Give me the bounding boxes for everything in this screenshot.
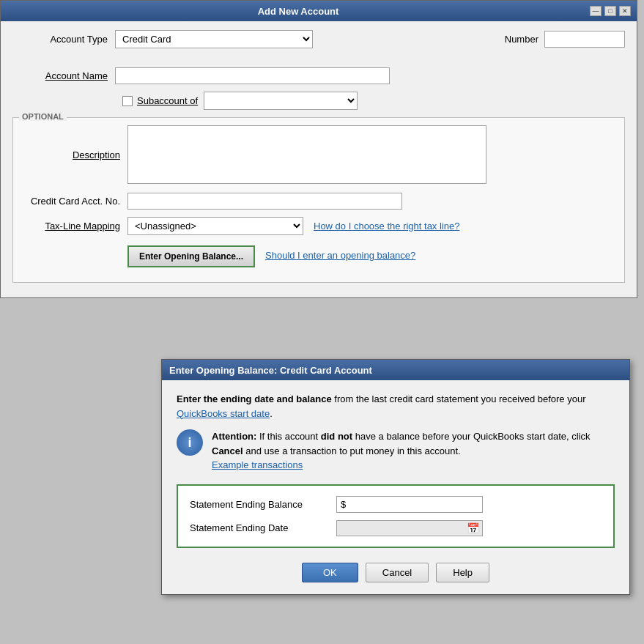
cancel-button[interactable]: Cancel	[366, 563, 429, 582]
account-type-select[interactable]: Credit Card	[115, 30, 313, 48]
optional-label: OPTIONAL	[19, 112, 67, 121]
attention-text1: If this account	[256, 431, 320, 442]
subaccount-row: Subaccount of	[122, 92, 625, 110]
cc-acct-input[interactable]	[127, 193, 402, 210]
opening-balance-row: Enter Opening Balance... Should I enter …	[25, 243, 612, 267]
quickbooks-start-date-link[interactable]: QuickBooks start date	[177, 408, 270, 419]
example-transactions-link[interactable]: Example transactions	[212, 459, 303, 470]
window-controls: — □ ✕	[590, 6, 631, 16]
subaccount-checkbox[interactable]	[122, 96, 133, 106]
info-icon: i	[177, 429, 203, 456]
dialog-intro-end: .	[270, 408, 273, 419]
dialog-body: Enter the ending date and balance from t…	[162, 380, 629, 594]
attention-bold2: did not	[321, 431, 352, 442]
maximize-button[interactable]: □	[604, 6, 616, 16]
account-type-label: Account Type	[12, 34, 115, 45]
dialog-buttons: OK Cancel Help	[177, 560, 615, 582]
date-label: Statement Ending Date	[190, 522, 336, 533]
attention-box: i Attention: If this account did not hav…	[177, 429, 615, 473]
balance-input-box: Statement Ending Balance Statement Endin…	[177, 484, 615, 548]
description-input[interactable]	[127, 125, 486, 184]
balance-input[interactable]	[336, 496, 483, 513]
subaccount-select[interactable]	[204, 92, 358, 110]
dialog-title: Enter Opening Balance: Credit Card Accou…	[169, 365, 372, 376]
opening-balance-dialog: Enter Opening Balance: Credit Card Accou…	[161, 359, 630, 595]
enter-opening-balance-button[interactable]: Enter Opening Balance...	[127, 245, 255, 267]
tax-line-label: Tax-Line Mapping	[25, 221, 127, 232]
number-label: Number	[505, 34, 544, 45]
balance-label: Statement Ending Balance	[190, 499, 336, 510]
tax-line-row: Tax-Line Mapping <Unassigned> How do I c…	[25, 217, 612, 235]
cc-acct-row: Credit Card Acct. No.	[25, 193, 612, 210]
ok-button[interactable]: OK	[302, 563, 358, 582]
attention-bold3: Cancel	[212, 445, 243, 456]
account-name-row: Account Name	[12, 67, 625, 84]
optional-section: OPTIONAL Description Credit Card Acct. N…	[12, 117, 625, 283]
title-bar: Add New Account — □ ✕	[1, 1, 637, 21]
attention-text3: and use a transaction to put money in th…	[243, 445, 461, 456]
dialog-intro-bold: Enter the ending date and balance	[177, 393, 332, 404]
date-input-wrap[interactable]: 📅	[336, 520, 483, 536]
minimize-button[interactable]: —	[590, 6, 602, 16]
tax-line-select[interactable]: <Unassigned>	[127, 217, 303, 235]
description-label: Description	[25, 149, 127, 160]
tax-line-link[interactable]: How do I choose the right tax line?	[314, 221, 459, 232]
main-form: Account Type Credit Card Number Account …	[1, 21, 637, 297]
date-row: Statement Ending Date 📅	[190, 520, 602, 536]
close-button[interactable]: ✕	[619, 6, 631, 16]
attention-bold: Attention:	[212, 431, 256, 442]
help-button[interactable]: Help	[436, 563, 489, 582]
balance-row: Statement Ending Balance	[190, 496, 602, 513]
account-type-row: Account Type Credit Card Number	[12, 30, 625, 48]
dialog-intro-text: from the last credit card statement you …	[332, 393, 586, 404]
dialog-intro: Enter the ending date and balance from t…	[177, 392, 615, 421]
calendar-icon[interactable]: 📅	[467, 522, 479, 534]
main-window: Add New Account — □ ✕ Account Type Credi…	[0, 0, 637, 298]
attention-text: Attention: If this account did not have …	[212, 429, 615, 473]
description-row: Description	[25, 125, 612, 184]
account-name-label: Account Name	[12, 70, 115, 81]
opening-balance-link[interactable]: Should I enter an opening balance?	[265, 250, 415, 261]
number-input[interactable]	[544, 31, 625, 48]
attention-text2: have a balance before your QuickBooks st…	[352, 431, 590, 442]
cc-acct-label: Credit Card Acct. No.	[25, 196, 127, 207]
account-name-input[interactable]	[115, 67, 390, 84]
dialog-title-bar: Enter Opening Balance: Credit Card Accou…	[162, 360, 629, 380]
subaccount-label: Subaccount of	[137, 95, 198, 106]
window-title: Add New Account	[7, 6, 590, 17]
